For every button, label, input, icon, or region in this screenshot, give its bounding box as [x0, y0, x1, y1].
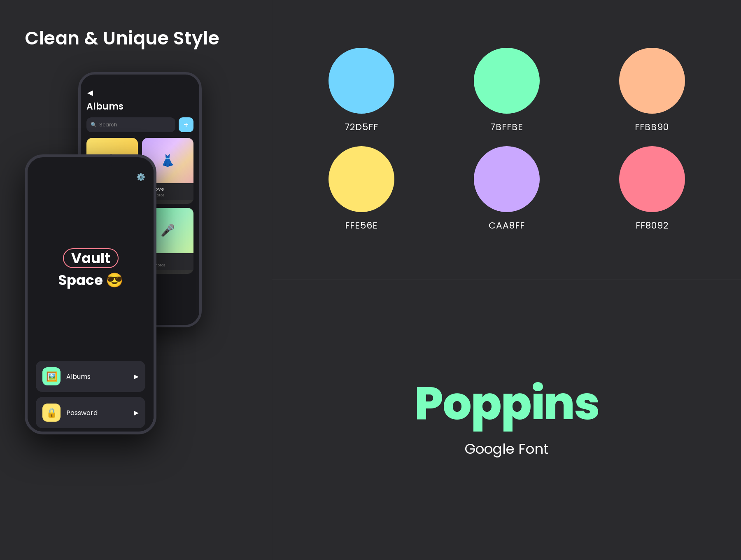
add-album-button[interactable]: + — [179, 117, 193, 132]
settings-icon[interactable]: ⚙️ — [136, 171, 145, 182]
color-circle-purple — [474, 146, 540, 212]
albums-icon-box: 🖼️ — [42, 367, 61, 385]
vault-subtitle: Space 😎 — [58, 270, 123, 291]
notch-front — [68, 157, 113, 167]
color-hex-green: 7BFFBE — [490, 120, 523, 134]
color-circle-yellow — [329, 146, 394, 212]
menu-item-albums[interactable]: 🖼️ Albums ▶ — [36, 361, 145, 392]
font-name-display: Poppins — [415, 381, 599, 426]
palette-section: 72D5FF 7BFFBE FFBB90 FFE56E CAA8FF FF809… — [272, 0, 741, 280]
vault-logo: Vault Space 😎 — [36, 191, 145, 348]
search-input[interactable]: 🔍 Search — [86, 117, 175, 132]
swatch-72D5FF: 72D5FF — [297, 48, 426, 134]
albums-arrow-icon: ▶ — [134, 372, 139, 381]
notch-back — [119, 75, 161, 84]
phone-front: ⚙️ Vault Space 😎 🖼️ Albums ▶ 🔒 Password — [25, 154, 156, 434]
swatch-FFE56E: FFE56E — [297, 146, 426, 232]
search-icon: 🔍 — [91, 121, 97, 128]
swatch-FFBB90: FFBB90 — [587, 48, 716, 134]
color-hex-peach: FFBB90 — [635, 120, 669, 134]
swatch-CAA8FF: CAA8FF — [442, 146, 571, 232]
albums-title: Albums — [86, 100, 193, 113]
front-header: ⚙️ — [36, 171, 145, 182]
color-hex-yellow: FFE56E — [345, 219, 378, 232]
color-hex-pink: FF8092 — [636, 219, 669, 232]
swatch-7BFFBE: 7BFFBE — [442, 48, 571, 134]
password-icon-box: 🔒 — [42, 404, 61, 422]
color-circle-peach — [619, 48, 685, 114]
password-arrow-icon: ▶ — [134, 408, 139, 417]
front-screen: ⚙️ Vault Space 😎 🖼️ Albums ▶ 🔒 Password — [28, 167, 154, 434]
palette-grid: 72D5FF 7BFFBE FFBB90 FFE56E CAA8FF FF809… — [297, 48, 716, 232]
color-hex-purple: CAA8FF — [489, 219, 525, 232]
color-circle-green — [474, 48, 540, 114]
menu-item-password[interactable]: 🔒 Password ▶ — [36, 397, 145, 428]
vault-word: Vault — [63, 248, 119, 268]
font-label-display: Google Font — [465, 439, 548, 460]
search-placeholder: Search — [99, 121, 117, 128]
headline: Clean & Unique Style — [25, 25, 219, 51]
albums-menu-label: Albums — [66, 371, 128, 382]
back-button[interactable]: ◀ — [86, 87, 193, 98]
typography-section: Poppins Google Font — [272, 280, 741, 560]
vault-title: Vault — [63, 248, 119, 268]
phones-section: Clean & Unique Style ◀ Albums 🔍 Search + — [0, 0, 272, 560]
swatch-FF8092: FF8092 — [587, 146, 716, 232]
color-circle-blue — [329, 48, 394, 114]
color-hex-blue: 72D5FF — [345, 120, 378, 134]
password-menu-label: Password — [66, 408, 128, 418]
color-circle-pink — [619, 146, 685, 212]
phone-container: ◀ Albums 🔍 Search + 💃 Vacation 89 Photos — [25, 72, 255, 476]
search-bar: 🔍 Search + — [86, 117, 193, 132]
